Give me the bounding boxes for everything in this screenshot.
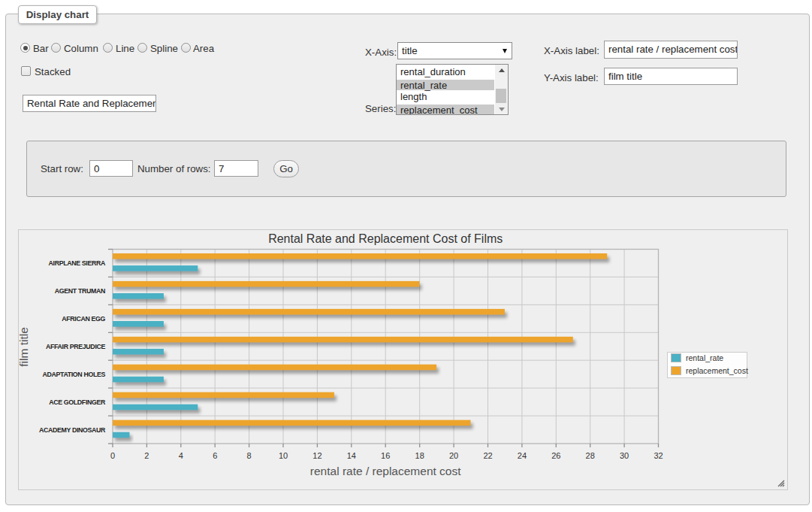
svg-text:0: 0 bbox=[110, 451, 115, 460]
svg-text:18: 18 bbox=[415, 451, 424, 460]
svg-text:6: 6 bbox=[213, 451, 217, 460]
svg-text:2: 2 bbox=[144, 451, 149, 460]
svg-text:28: 28 bbox=[586, 451, 595, 460]
svg-text:32: 32 bbox=[654, 451, 663, 460]
svg-text:10: 10 bbox=[279, 451, 288, 460]
svg-text:rental_rate: rental_rate bbox=[686, 353, 723, 362]
svg-text:24: 24 bbox=[518, 451, 527, 460]
svg-text:12: 12 bbox=[312, 451, 321, 460]
svg-text:rental rate / replacement cost: rental rate / replacement cost bbox=[310, 465, 461, 477]
svg-text:26: 26 bbox=[551, 451, 560, 460]
svg-text:14: 14 bbox=[347, 451, 356, 460]
svg-text:Rental Rate and Replacement Co: Rental Rate and Replacement Cost of Film… bbox=[268, 232, 503, 245]
svg-text:AFFAIR PREJUDICE: AFFAIR PREJUDICE bbox=[46, 343, 105, 350]
svg-text:22: 22 bbox=[483, 451, 492, 460]
svg-text:ADAPTATION HOLES: ADAPTATION HOLES bbox=[42, 371, 105, 378]
svg-text:8: 8 bbox=[247, 451, 252, 460]
svg-text:ACE GOLDFINGER: ACE GOLDFINGER bbox=[49, 398, 106, 406]
svg-text:4: 4 bbox=[179, 451, 183, 460]
svg-text:replacement_cost: replacement_cost bbox=[686, 366, 748, 375]
svg-text:AFRICAN EGG: AFRICAN EGG bbox=[62, 315, 105, 323]
svg-text:20: 20 bbox=[449, 451, 458, 460]
svg-text:AGENT TRUMAN: AGENT TRUMAN bbox=[55, 287, 105, 295]
svg-text:film title: film title bbox=[18, 327, 30, 367]
svg-text:AIRPLANE SIERRA: AIRPLANE SIERRA bbox=[49, 259, 106, 267]
svg-text:30: 30 bbox=[620, 451, 629, 460]
svg-text:ACADEMY DINOSAUR: ACADEMY DINOSAUR bbox=[39, 426, 106, 434]
svg-text:16: 16 bbox=[381, 451, 390, 460]
